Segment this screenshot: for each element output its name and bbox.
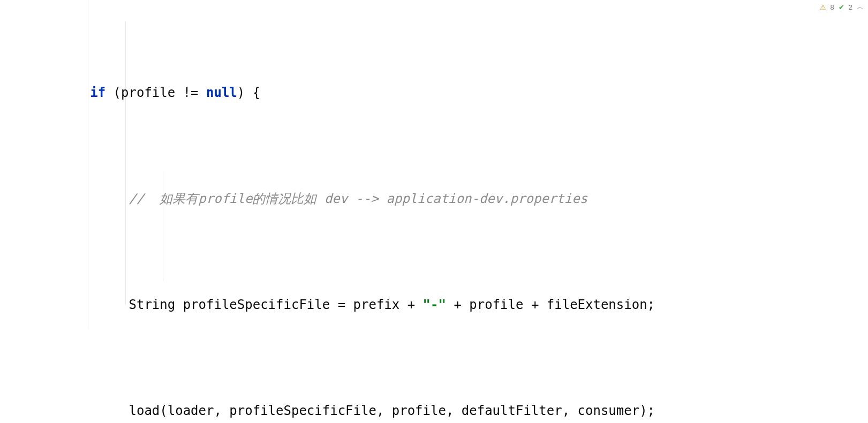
- keyword-null: null: [206, 85, 237, 100]
- code-line[interactable]: // 如果有profile的情况比如 dev --> application-d…: [0, 186, 868, 213]
- code-editor[interactable]: ⚠ 8 ✔ 2 ︿ if (profile != null) { // 如果有p…: [0, 0, 868, 423]
- code-area[interactable]: if (profile != null) { // 如果有profile的情况比…: [0, 0, 868, 423]
- comment: // 如果有profile的情况比如 dev --> application-d…: [129, 191, 588, 206]
- string-literal: "-": [423, 297, 446, 312]
- code-line[interactable]: String profileSpecificFile = prefix + "-…: [0, 292, 868, 319]
- keyword-if: if: [90, 85, 105, 100]
- code-line[interactable]: if (profile != null) {: [0, 80, 868, 107]
- code-line[interactable]: load(loader, profileSpecificFile, profil…: [0, 398, 868, 424]
